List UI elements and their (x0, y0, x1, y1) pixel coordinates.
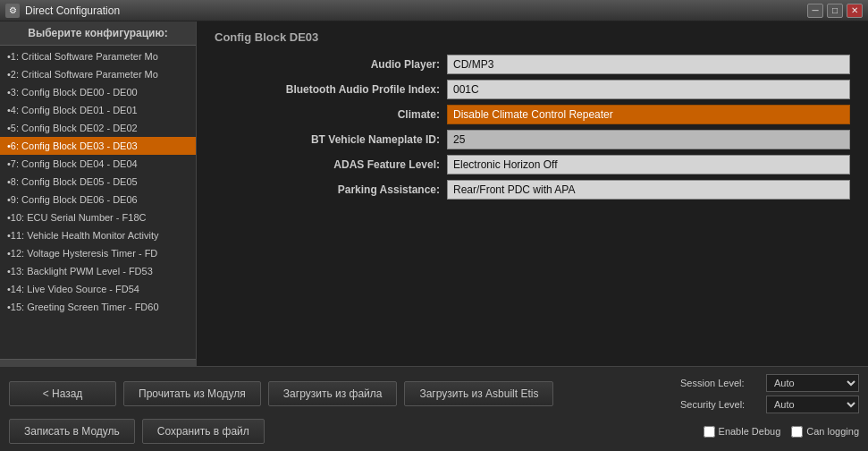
config-field-value: 001C (447, 80, 850, 99)
list-item[interactable]: •9: Config Block DE06 - DE06 (0, 191, 196, 208)
back-button[interactable]: < Назад (9, 381, 116, 406)
bottom-row-2: Записать в Модуль Сохранить в файл Enabl… (9, 419, 859, 444)
right-panel-title: Config Block DE03 (215, 30, 850, 44)
config-row: Bluetooth Audio Profile Index:001C (215, 80, 850, 99)
session-level-select[interactable]: AutoExtendedDefault (766, 374, 859, 392)
read-module-button[interactable]: Прочитать из Модуля (123, 381, 261, 406)
can-logging-checkbox[interactable] (791, 426, 803, 438)
content-area: Выберите конфигурацию: •1: Critical Soft… (0, 21, 868, 366)
list-item[interactable]: •8: Config Block DE05 - DE05 (0, 173, 196, 191)
enable-debug-label[interactable]: Enable Debug (704, 426, 781, 438)
list-item[interactable]: •4: Config Block DE01 - DE01 (0, 101, 196, 119)
config-field-label: Bluetooth Audio Profile Index: (215, 83, 447, 96)
title-bar: ⚙ Direct Configuration ─ □ ✕ (0, 0, 868, 21)
config-field-value: Rear/Front PDC with APA (447, 180, 850, 200)
config-row: ADAS Feature Level:Electronic Horizon Of… (215, 155, 850, 174)
list-item[interactable]: •5: Config Block DE02 - DE02 (0, 119, 196, 137)
security-level-row: Security Level: AutoLevel 1Level 2 (680, 396, 859, 413)
session-level-row: Session Level: AutoExtendedDefault (680, 374, 859, 392)
config-field-label: Climate: (215, 108, 447, 121)
write-module-button[interactable]: Записать в Модуль (9, 419, 135, 444)
list-item[interactable]: •3: Config Block DE00 - DE00 (0, 83, 196, 101)
config-row: Audio Player:CD/MP3 (215, 55, 850, 74)
config-table: Audio Player:CD/MP3Bluetooth Audio Profi… (215, 55, 850, 200)
config-row: Parking Assistance:Rear/Front PDC with A… (215, 180, 850, 200)
checkbox-row: Enable Debug Can logging (704, 426, 859, 438)
list-item[interactable]: •11: Vehicle Health Monitor Activity (0, 226, 196, 244)
left-panel: Выберите конфигурацию: •1: Critical Soft… (0, 21, 197, 366)
config-field-value: Electronic Horizon Off (447, 155, 850, 174)
config-field-label: BT Vehicle Nameplate ID: (215, 133, 447, 146)
security-level-label: Security Level: (680, 399, 761, 410)
config-list: •1: Critical Software Parameter Mo•2: Cr… (0, 46, 196, 359)
minimize-button[interactable]: ─ (807, 4, 823, 18)
right-controls: Session Level: AutoExtendedDefault Secur… (680, 374, 859, 413)
enable-debug-checkbox[interactable] (704, 426, 715, 438)
can-logging-label[interactable]: Can logging (791, 426, 859, 438)
config-row: BT Vehicle Nameplate ID:25 (215, 130, 850, 149)
load-file-button[interactable]: Загрузить из файла (268, 381, 398, 406)
list-item[interactable]: •14: Live Video Source - FD54 (0, 280, 196, 298)
list-item[interactable]: •1: Critical Software Parameter Mo (0, 47, 196, 65)
list-item[interactable]: •6: Config Block DE03 - DE03 (0, 137, 196, 155)
maximize-button[interactable]: □ (827, 4, 843, 18)
load-asbuilt-button[interactable]: Загрузить из Asbuilt Etis (404, 381, 553, 406)
scroll-indicator (0, 359, 196, 366)
session-level-label: Session Level: (680, 378, 761, 388)
bottom-row-1: < Назад Прочитать из Модуля Загрузить из… (9, 374, 859, 413)
close-button[interactable]: ✕ (847, 4, 863, 18)
list-item[interactable]: •12: Voltage Hysteresis Timer - FD (0, 244, 196, 262)
right-panel: Config Block DE03 Audio Player:CD/MP3Blu… (197, 21, 868, 366)
save-file-button[interactable]: Сохранить в файл (142, 419, 265, 444)
config-field-label: Audio Player: (215, 58, 447, 71)
main-container: Выберите конфигурацию: •1: Critical Soft… (0, 21, 868, 451)
bottom-bar: < Назад Прочитать из Модуля Загрузить из… (0, 366, 868, 451)
list-item[interactable]: •13: Backlight PWM Level - FD53 (0, 262, 196, 280)
title-bar-text: Direct Configuration (25, 4, 807, 17)
config-field-value: CD/MP3 (447, 55, 850, 74)
list-item[interactable]: •2: Critical Software Parameter Mo (0, 65, 196, 83)
config-field-value: 25 (447, 130, 850, 149)
config-field-label: Parking Assistance: (215, 183, 447, 196)
security-level-select[interactable]: AutoLevel 1Level 2 (766, 396, 859, 413)
title-bar-buttons: ─ □ ✕ (807, 4, 863, 18)
config-row: Climate:Disable Climate Control Repeater (215, 105, 850, 124)
app-icon: ⚙ (5, 4, 20, 18)
list-item[interactable]: •15: Greeting Screen Timer - FD60 (0, 298, 196, 316)
list-item[interactable]: •10: ECU Serial Number - F18C (0, 208, 196, 226)
config-field-label: ADAS Feature Level: (215, 158, 447, 171)
config-field-value: Disable Climate Control Repeater (447, 105, 850, 124)
list-item[interactable]: •7: Config Block DE04 - DE04 (0, 155, 196, 173)
left-panel-header: Выберите конфигурацию: (0, 21, 196, 46)
